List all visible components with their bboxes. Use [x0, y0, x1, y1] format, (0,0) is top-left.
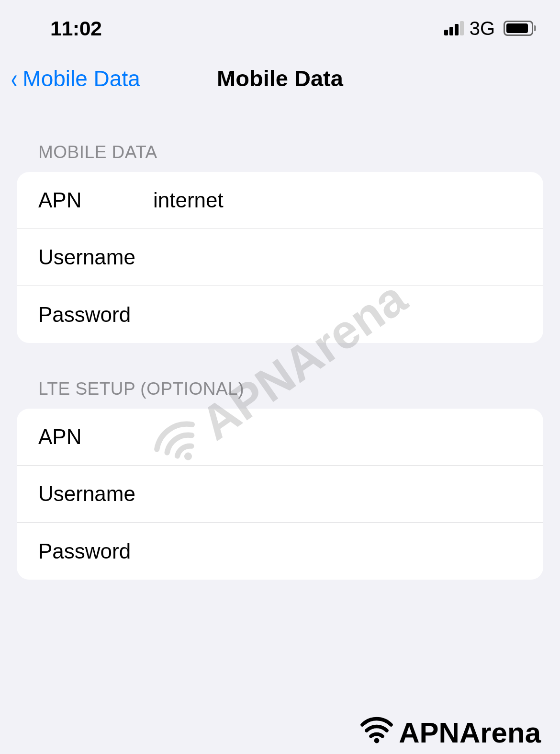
- input-username[interactable]: [153, 245, 522, 269]
- input-password[interactable]: [153, 303, 522, 327]
- svg-point-1: [374, 738, 380, 743]
- status-bar: 11:02 3G: [0, 0, 560, 53]
- label-username: Username: [38, 245, 153, 269]
- row-username[interactable]: Username: [17, 229, 543, 286]
- content: MOBILE DATA APN Username Password LTE SE…: [0, 114, 560, 580]
- page-title: Mobile Data: [217, 65, 343, 91]
- row-lte-apn[interactable]: APN: [17, 409, 543, 466]
- section-lte: APN Username Password: [17, 409, 543, 580]
- navigation-bar: ‹ Mobile Data Mobile Data: [0, 53, 560, 114]
- input-lte-apn[interactable]: [153, 425, 522, 449]
- battery-icon: [504, 21, 536, 36]
- input-apn[interactable]: [153, 188, 522, 212]
- network-type: 3G: [470, 18, 495, 39]
- section-header-lte: LTE SETUP (OPTIONAL): [38, 379, 543, 399]
- chevron-left-icon: ‹: [11, 62, 18, 94]
- row-lte-password[interactable]: Password: [17, 523, 543, 580]
- status-time: 11:02: [50, 17, 101, 40]
- section-mobile-data: APN Username Password: [17, 172, 543, 343]
- label-apn: APN: [38, 188, 153, 212]
- label-password: Password: [38, 303, 153, 327]
- brand-logo: APNArena: [358, 715, 541, 750]
- section-header-mobile-data: MOBILE DATA: [38, 142, 543, 162]
- label-lte-apn: APN: [38, 425, 153, 449]
- row-password[interactable]: Password: [17, 286, 543, 343]
- back-label: Mobile Data: [22, 66, 140, 91]
- back-button[interactable]: ‹ Mobile Data: [10, 62, 140, 94]
- row-lte-username[interactable]: Username: [17, 466, 543, 523]
- wifi-icon: [358, 715, 396, 750]
- brand-text: APNArena: [399, 716, 541, 749]
- label-lte-username: Username: [38, 482, 153, 506]
- label-lte-password: Password: [38, 539, 153, 563]
- signal-icon: [444, 21, 464, 35]
- status-indicators: 3G: [444, 18, 536, 39]
- row-apn[interactable]: APN: [17, 172, 543, 229]
- input-lte-username[interactable]: [153, 482, 522, 506]
- input-lte-password[interactable]: [153, 539, 522, 563]
